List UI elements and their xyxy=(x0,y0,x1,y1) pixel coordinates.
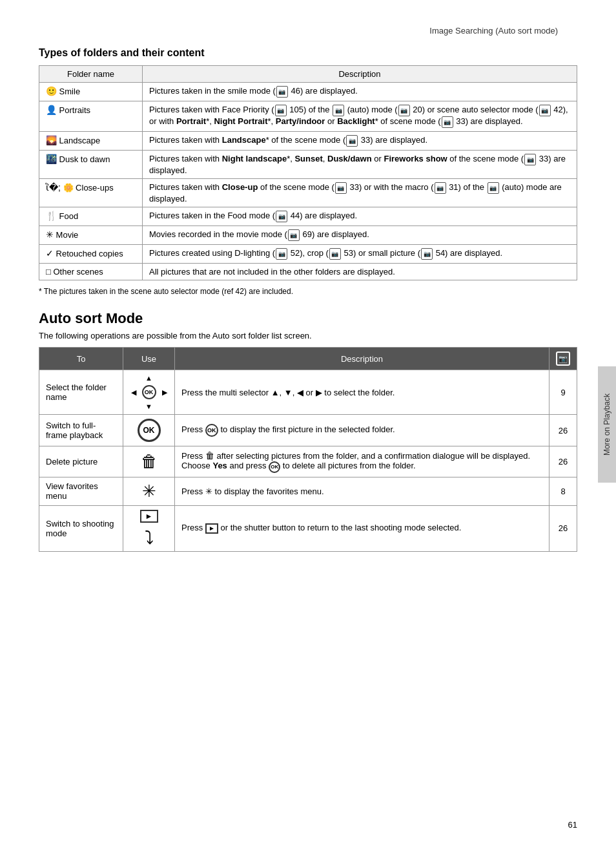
autosort-use-select: ▲ ◀ ▶ ▼ OK xyxy=(123,370,175,415)
ref-icon: 📷 xyxy=(276,211,287,222)
folder-name-portraits: 👤 Portraits xyxy=(39,101,143,132)
autosort-col-use: Use xyxy=(123,348,175,370)
dpad-ok-icon: ▲ ◀ ▶ ▼ OK xyxy=(130,374,168,410)
autosort-col-ref: 📷 xyxy=(549,348,577,370)
autosort-ref-shooting: 26 xyxy=(549,505,577,551)
table-row: Select the folder name ▲ ◀ ▶ xyxy=(39,370,577,415)
ref-icon: 📷 xyxy=(275,105,287,116)
ref-icon: 📷 xyxy=(346,135,358,147)
ref-icon: 📷 xyxy=(288,229,300,241)
ref-icon: 📷 xyxy=(524,154,536,165)
autosort-col-desc: Description xyxy=(175,348,549,370)
folders-col-folder: Folder name xyxy=(39,66,143,83)
folder-name-closeups: ἳ�; 🌼 Close-ups xyxy=(39,179,143,207)
autosort-desc-delete: Press 🗑 after selecting pictures from th… xyxy=(175,446,549,477)
folder-name-smile: 🙂 Smile xyxy=(39,83,143,101)
autosort-use-shooting: ► ⤵ xyxy=(123,505,175,551)
autosort-table: To Use Description 📷 Select the folder n… xyxy=(39,347,577,552)
landscape-icon: 🌄 xyxy=(46,135,57,145)
autosort-desc-favorites: Press ✳ to display the favorites menu. xyxy=(175,477,549,505)
folder-desc-portraits: Pictures taken with Face Priority (📷 105… xyxy=(143,101,577,132)
folders-table: Folder name Description 🙂 Smile Pictures… xyxy=(39,65,577,280)
autosort-ref-select: 9 xyxy=(549,370,577,415)
folder-desc-other: All pictures that are not included in th… xyxy=(143,264,577,280)
folder-name-movie: ✳ Movie xyxy=(39,226,143,245)
folder-desc-smile: Pictures taken in the smile mode (📷 46) … xyxy=(143,83,577,101)
autosort-ref-delete: 26 xyxy=(549,446,577,477)
autosort-section: Auto sort Mode The following operations … xyxy=(39,310,577,552)
ref-icon: 📷 xyxy=(435,182,446,194)
autosort-desc-select: Press the multi selector ▲, ▼, ◀ or ▶ to… xyxy=(175,370,549,415)
header-title: Image Searching (Auto sort mode) xyxy=(429,26,558,36)
autosort-ref-fullframe: 26 xyxy=(549,415,577,446)
autosort-col-to: To xyxy=(39,348,123,370)
ref-icon: 📷 xyxy=(276,248,287,260)
autosort-desc-fullframe: Press OK to display the first picture in… xyxy=(175,415,549,446)
table-row: 🍴 Food Pictures taken in the Food mode (… xyxy=(39,207,577,226)
ref-icon: 📷 xyxy=(488,182,499,194)
autosort-use-favorites: ✳ xyxy=(123,477,175,505)
autosort-desc: The following operations are possible fr… xyxy=(39,331,577,341)
folder-name-dusk: 🌃 Dusk to dawn xyxy=(39,151,143,179)
ref-icon: 📷 xyxy=(333,105,344,116)
page: Image Searching (Auto sort mode) Types o… xyxy=(0,0,616,849)
folder-name-food: 🍴 Food xyxy=(39,207,143,226)
autosort-use-delete: 🗑 xyxy=(123,446,175,477)
ref-icon: 📷 xyxy=(539,105,551,116)
sidebar-tab: More on Playback xyxy=(598,366,616,483)
folder-desc-retouch: Pictures created using D-lighting (📷 52)… xyxy=(143,245,577,264)
ref-icon: 📷 xyxy=(398,105,410,116)
retouch-icon: ✓ xyxy=(46,248,54,258)
ref-icon: 📷 xyxy=(442,116,453,128)
trash-icon: 🗑 xyxy=(130,452,168,472)
folders-section-title: Types of folders and their content xyxy=(39,47,577,59)
folders-footnote: * The pictures taken in the scene auto s… xyxy=(39,287,577,296)
closeup-icon: ἳ�; xyxy=(46,182,61,193)
table-row: 🌄 Landscape Pictures taken with Landscap… xyxy=(39,132,577,151)
other-icon: □ xyxy=(46,267,51,277)
portrait-icon: 👤 xyxy=(46,105,57,115)
autosort-desc-shooting: Press ► or the shutter button to return … xyxy=(175,505,549,551)
dusk-icon: 🌃 xyxy=(46,154,57,164)
folder-desc-food: Pictures taken in the Food mode (📷 44) a… xyxy=(143,207,577,226)
play-shutter-icon: ► ⤵ xyxy=(130,510,168,547)
table-row: □ Other scenes All pictures that are not… xyxy=(39,264,577,280)
autosort-use-fullframe: OK xyxy=(123,415,175,446)
folder-name-retouch: ✓ Retouched copies xyxy=(39,245,143,264)
ref-icon: 📷 xyxy=(276,86,288,98)
autosort-to-select: Select the folder name xyxy=(39,370,123,415)
folder-name-landscape: 🌄 Landscape xyxy=(39,132,143,151)
ref-icon: 📷 xyxy=(335,182,347,194)
autosort-to-delete: Delete picture xyxy=(39,446,123,477)
page-header: Image Searching (Auto sort mode) xyxy=(39,26,577,36)
folder-name-other: □ Other scenes xyxy=(39,264,143,280)
folder-desc-dusk: Pictures taken with Night landscape*, Su… xyxy=(143,151,577,179)
table-row: Switch to shooting mode ► ⤵ Press ► or t… xyxy=(39,505,577,551)
food-icon: 🍴 xyxy=(46,211,57,221)
table-row: 👤 Portraits Pictures taken with Face Pri… xyxy=(39,101,577,132)
folder-desc-movie: Movies recorded in the movie mode (📷 69)… xyxy=(143,226,577,245)
smile-icon: 🙂 xyxy=(46,86,57,96)
folders-section: Types of folders and their content Folde… xyxy=(39,47,577,296)
folder-desc-closeups: Pictures taken with Close-up of the scen… xyxy=(143,179,577,207)
sidebar-tab-label: More on Playback xyxy=(602,393,611,456)
table-row: View favorites menu ✳ Press ✳ to display… xyxy=(39,477,577,505)
movie-icon: ✳ xyxy=(46,229,54,240)
table-row: 🙂 Smile Pictures taken in the smile mode… xyxy=(39,83,577,101)
ref-icon: 📷 xyxy=(421,248,433,260)
autosort-to-fullframe: Switch to full-frame playback xyxy=(39,415,123,446)
table-row: Switch to full-frame playback OK Press O… xyxy=(39,415,577,446)
table-row: ✓ Retouched copies Pictures created usin… xyxy=(39,245,577,264)
folder-desc-landscape: Pictures taken with Landscape* of the sc… xyxy=(143,132,577,151)
footnote-text: * The pictures taken in the scene auto s… xyxy=(39,287,293,296)
table-row: 🌃 Dusk to dawn Pictures taken with Night… xyxy=(39,151,577,179)
autosort-to-shooting: Switch to shooting mode xyxy=(39,505,123,551)
ok-circle-icon: OK xyxy=(130,419,168,442)
table-row: ✳ Movie Movies recorded in the movie mod… xyxy=(39,226,577,245)
table-row: Delete picture 🗑 Press 🗑 after selecting… xyxy=(39,446,577,477)
page-number: 61 xyxy=(568,820,577,830)
folders-col-desc: Description xyxy=(143,66,577,83)
autosort-ref-favorites: 8 xyxy=(549,477,577,505)
autosort-to-favorites: View favorites menu xyxy=(39,477,123,505)
table-row: ἳ�; 🌼 Close-ups Pictures taken with Clos… xyxy=(39,179,577,207)
